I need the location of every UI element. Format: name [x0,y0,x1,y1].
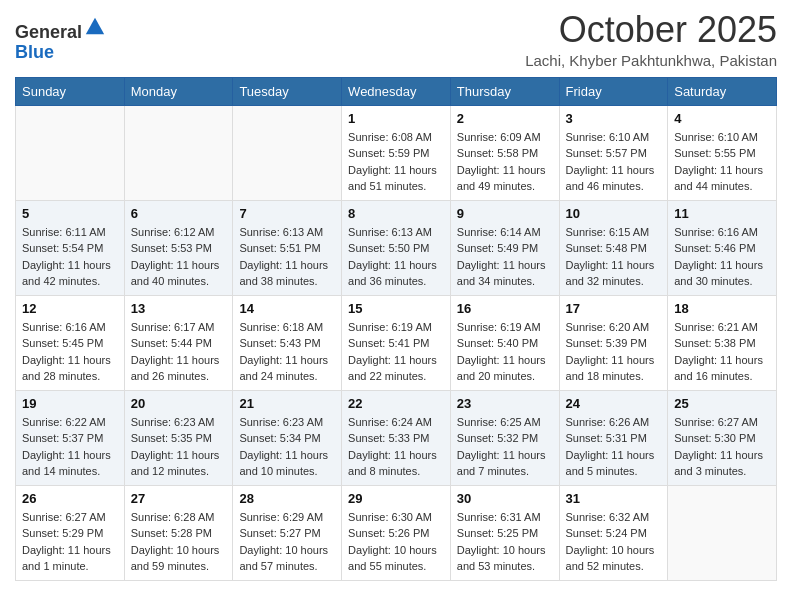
table-row [124,105,233,200]
day-number: 31 [566,491,662,506]
day-info: Sunrise: 6:23 AM Sunset: 5:35 PM Dayligh… [131,414,227,480]
day-info: Sunrise: 6:31 AM Sunset: 5:25 PM Dayligh… [457,509,553,575]
calendar-week-row: 26Sunrise: 6:27 AM Sunset: 5:29 PM Dayli… [16,485,777,580]
table-row: 16Sunrise: 6:19 AM Sunset: 5:40 PM Dayli… [450,295,559,390]
day-info: Sunrise: 6:18 AM Sunset: 5:43 PM Dayligh… [239,319,335,385]
day-info: Sunrise: 6:10 AM Sunset: 5:57 PM Dayligh… [566,129,662,195]
col-saturday: Saturday [668,77,777,105]
day-number: 20 [131,396,227,411]
table-row: 12Sunrise: 6:16 AM Sunset: 5:45 PM Dayli… [16,295,125,390]
day-number: 7 [239,206,335,221]
day-info: Sunrise: 6:24 AM Sunset: 5:33 PM Dayligh… [348,414,444,480]
table-row: 25Sunrise: 6:27 AM Sunset: 5:30 PM Dayli… [668,390,777,485]
day-number: 28 [239,491,335,506]
day-info: Sunrise: 6:27 AM Sunset: 5:30 PM Dayligh… [674,414,770,480]
day-number: 25 [674,396,770,411]
day-info: Sunrise: 6:20 AM Sunset: 5:39 PM Dayligh… [566,319,662,385]
day-number: 26 [22,491,118,506]
day-info: Sunrise: 6:26 AM Sunset: 5:31 PM Dayligh… [566,414,662,480]
calendar-week-row: 19Sunrise: 6:22 AM Sunset: 5:37 PM Dayli… [16,390,777,485]
day-number: 11 [674,206,770,221]
day-info: Sunrise: 6:09 AM Sunset: 5:58 PM Dayligh… [457,129,553,195]
day-number: 17 [566,301,662,316]
day-number: 16 [457,301,553,316]
day-info: Sunrise: 6:10 AM Sunset: 5:55 PM Dayligh… [674,129,770,195]
table-row: 6Sunrise: 6:12 AM Sunset: 5:53 PM Daylig… [124,200,233,295]
day-number: 15 [348,301,444,316]
col-sunday: Sunday [16,77,125,105]
table-row: 26Sunrise: 6:27 AM Sunset: 5:29 PM Dayli… [16,485,125,580]
day-number: 12 [22,301,118,316]
table-row: 22Sunrise: 6:24 AM Sunset: 5:33 PM Dayli… [342,390,451,485]
logo-icon [84,16,106,38]
day-number: 30 [457,491,553,506]
day-number: 1 [348,111,444,126]
table-row [668,485,777,580]
table-row: 4Sunrise: 6:10 AM Sunset: 5:55 PM Daylig… [668,105,777,200]
day-number: 21 [239,396,335,411]
day-info: Sunrise: 6:13 AM Sunset: 5:50 PM Dayligh… [348,224,444,290]
day-number: 14 [239,301,335,316]
day-number: 23 [457,396,553,411]
day-info: Sunrise: 6:12 AM Sunset: 5:53 PM Dayligh… [131,224,227,290]
table-row: 3Sunrise: 6:10 AM Sunset: 5:57 PM Daylig… [559,105,668,200]
day-number: 22 [348,396,444,411]
table-row: 19Sunrise: 6:22 AM Sunset: 5:37 PM Dayli… [16,390,125,485]
table-row: 9Sunrise: 6:14 AM Sunset: 5:49 PM Daylig… [450,200,559,295]
day-info: Sunrise: 6:32 AM Sunset: 5:24 PM Dayligh… [566,509,662,575]
table-row: 1Sunrise: 6:08 AM Sunset: 5:59 PM Daylig… [342,105,451,200]
logo: General Blue [15,16,106,63]
table-row: 14Sunrise: 6:18 AM Sunset: 5:43 PM Dayli… [233,295,342,390]
day-info: Sunrise: 6:19 AM Sunset: 5:41 PM Dayligh… [348,319,444,385]
table-row: 13Sunrise: 6:17 AM Sunset: 5:44 PM Dayli… [124,295,233,390]
col-monday: Monday [124,77,233,105]
table-row: 24Sunrise: 6:26 AM Sunset: 5:31 PM Dayli… [559,390,668,485]
day-number: 4 [674,111,770,126]
day-number: 9 [457,206,553,221]
day-info: Sunrise: 6:25 AM Sunset: 5:32 PM Dayligh… [457,414,553,480]
day-number: 10 [566,206,662,221]
title-block: October 2025 Lachi, Khyber Pakhtunkhwa, … [525,10,777,69]
day-number: 5 [22,206,118,221]
col-wednesday: Wednesday [342,77,451,105]
day-info: Sunrise: 6:22 AM Sunset: 5:37 PM Dayligh… [22,414,118,480]
day-info: Sunrise: 6:16 AM Sunset: 5:46 PM Dayligh… [674,224,770,290]
calendar-week-row: 1Sunrise: 6:08 AM Sunset: 5:59 PM Daylig… [16,105,777,200]
table-row: 7Sunrise: 6:13 AM Sunset: 5:51 PM Daylig… [233,200,342,295]
day-number: 19 [22,396,118,411]
day-info: Sunrise: 6:15 AM Sunset: 5:48 PM Dayligh… [566,224,662,290]
location: Lachi, Khyber Pakhtunkhwa, Pakistan [525,52,777,69]
day-number: 27 [131,491,227,506]
day-number: 13 [131,301,227,316]
table-row: 30Sunrise: 6:31 AM Sunset: 5:25 PM Dayli… [450,485,559,580]
table-row: 27Sunrise: 6:28 AM Sunset: 5:28 PM Dayli… [124,485,233,580]
table-row: 28Sunrise: 6:29 AM Sunset: 5:27 PM Dayli… [233,485,342,580]
table-row: 5Sunrise: 6:11 AM Sunset: 5:54 PM Daylig… [16,200,125,295]
table-row: 15Sunrise: 6:19 AM Sunset: 5:41 PM Dayli… [342,295,451,390]
month-title: October 2025 [525,10,777,50]
day-number: 24 [566,396,662,411]
day-info: Sunrise: 6:08 AM Sunset: 5:59 PM Dayligh… [348,129,444,195]
day-info: Sunrise: 6:27 AM Sunset: 5:29 PM Dayligh… [22,509,118,575]
day-info: Sunrise: 6:21 AM Sunset: 5:38 PM Dayligh… [674,319,770,385]
table-row: 10Sunrise: 6:15 AM Sunset: 5:48 PM Dayli… [559,200,668,295]
day-number: 3 [566,111,662,126]
table-row [233,105,342,200]
day-number: 2 [457,111,553,126]
day-info: Sunrise: 6:14 AM Sunset: 5:49 PM Dayligh… [457,224,553,290]
calendar-week-row: 5Sunrise: 6:11 AM Sunset: 5:54 PM Daylig… [16,200,777,295]
table-row [16,105,125,200]
calendar: Sunday Monday Tuesday Wednesday Thursday… [15,77,777,581]
calendar-week-row: 12Sunrise: 6:16 AM Sunset: 5:45 PM Dayli… [16,295,777,390]
logo-general-text: General [15,22,82,42]
page-container: General Blue October 2025 Lachi, Khyber … [0,0,792,596]
table-row: 20Sunrise: 6:23 AM Sunset: 5:35 PM Dayli… [124,390,233,485]
col-friday: Friday [559,77,668,105]
table-row: 29Sunrise: 6:30 AM Sunset: 5:26 PM Dayli… [342,485,451,580]
table-row: 8Sunrise: 6:13 AM Sunset: 5:50 PM Daylig… [342,200,451,295]
table-row: 23Sunrise: 6:25 AM Sunset: 5:32 PM Dayli… [450,390,559,485]
day-info: Sunrise: 6:29 AM Sunset: 5:27 PM Dayligh… [239,509,335,575]
table-row: 31Sunrise: 6:32 AM Sunset: 5:24 PM Dayli… [559,485,668,580]
day-number: 29 [348,491,444,506]
day-info: Sunrise: 6:11 AM Sunset: 5:54 PM Dayligh… [22,224,118,290]
